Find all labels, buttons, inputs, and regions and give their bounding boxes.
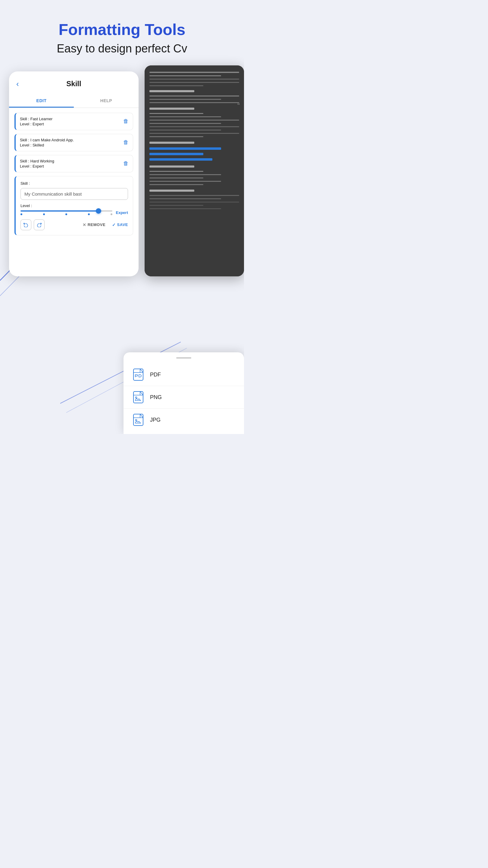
skill-form-label: Skill : bbox=[21, 181, 128, 186]
skill-name-3: Skill : Hard Working bbox=[20, 159, 54, 163]
export-png-label: PNG bbox=[150, 394, 162, 401]
skill-item-text: Skill : Fast Learner Level : Expert bbox=[20, 117, 53, 126]
skill-item-text: Skill : I cam Make Android App. Level : … bbox=[20, 138, 74, 147]
jpg-icon bbox=[132, 413, 144, 426]
expert-label: Expert bbox=[116, 210, 128, 215]
skill-input[interactable] bbox=[21, 188, 128, 200]
export-pdf-label: PDF bbox=[150, 372, 161, 378]
undo-button[interactable] bbox=[21, 219, 31, 230]
remove-button[interactable]: ✕ REMOVE bbox=[83, 222, 105, 227]
pdf-icon bbox=[132, 368, 144, 381]
delete-button-1[interactable]: 🗑 bbox=[123, 118, 129, 124]
skill-level-3: Level : Expert bbox=[20, 164, 54, 168]
skill-card: ‹ Skill EDIT HELP Skill : Fast Learner bbox=[9, 71, 138, 276]
edit-form: Skill : Level : bbox=[14, 176, 133, 236]
level-row: Expert bbox=[21, 210, 128, 215]
cv-preview-phone: “ bbox=[144, 65, 244, 276]
skill-level-1: Level : Expert bbox=[20, 122, 53, 126]
save-button[interactable]: ✓ SAVE bbox=[112, 222, 128, 227]
format-icons bbox=[21, 219, 44, 230]
skill-name-1: Skill : Fast Learner bbox=[20, 117, 53, 121]
export-jpg-label: JPG bbox=[150, 417, 161, 423]
form-actions: ✕ REMOVE ✓ SAVE bbox=[21, 219, 128, 230]
svg-point-10 bbox=[135, 420, 137, 421]
skill-item: Skill : Fast Learner Level : Expert 🗑 bbox=[14, 113, 133, 130]
page-title: Formatting Tools bbox=[12, 21, 232, 38]
png-icon bbox=[132, 391, 144, 404]
card-title: Skill bbox=[66, 80, 81, 88]
tabs-container: EDIT HELP bbox=[9, 95, 138, 108]
sheet-handle bbox=[176, 357, 191, 359]
svg-point-8 bbox=[135, 397, 137, 398]
skill-item: Skill : Hard Working Level : Expert 🗑 bbox=[14, 155, 133, 173]
card-header: ‹ Skill bbox=[9, 71, 138, 90]
content-area: “ ‹ Skill EDIT HELP Skill : Fast L bbox=[0, 65, 244, 434]
export-jpg-item[interactable]: JPG bbox=[124, 409, 244, 431]
skill-list: Skill : Fast Learner Level : Expert 🗑 Sk… bbox=[9, 108, 138, 173]
skill-name-2: Skill : I cam Make Android App. bbox=[20, 138, 74, 142]
redo-button[interactable] bbox=[34, 219, 44, 230]
skill-item: Skill : I cam Make Android App. Level : … bbox=[14, 134, 133, 151]
cv-quote-icon: “ bbox=[237, 101, 240, 110]
tab-edit[interactable]: EDIT bbox=[9, 95, 74, 107]
delete-button-2[interactable]: 🗑 bbox=[123, 139, 129, 146]
tab-help[interactable]: HELP bbox=[74, 95, 138, 107]
level-form-label: Level : bbox=[21, 204, 128, 208]
export-png-item[interactable]: PNG bbox=[124, 386, 244, 409]
export-pdf-item[interactable]: PDF bbox=[124, 364, 244, 386]
page-subtitle: Easy to design perfect Cv bbox=[12, 41, 232, 56]
header-section: Formatting Tools Easy to design perfect … bbox=[0, 0, 244, 65]
delete-button-3[interactable]: 🗑 bbox=[123, 160, 129, 167]
export-sheet: PDF PNG bbox=[124, 352, 244, 434]
skill-level-2: Level : Skilled bbox=[20, 143, 74, 147]
skill-item-text: Skill : Hard Working Level : Expert bbox=[20, 159, 54, 168]
level-slider[interactable] bbox=[21, 210, 112, 215]
back-button[interactable]: ‹ bbox=[16, 78, 22, 90]
